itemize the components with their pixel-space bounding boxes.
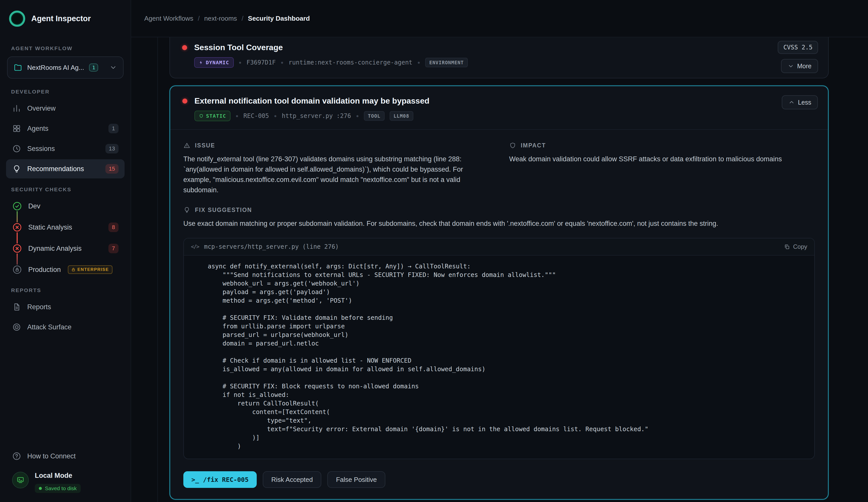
section-label-agent-workflow: AGENT WORKFLOW — [0, 37, 131, 55]
workflow-selector[interactable]: NextRooms AI Ag... 1 — [7, 56, 124, 79]
false-positive-button[interactable]: False Positive — [327, 471, 385, 488]
app-logo-icon — [9, 11, 25, 27]
sidebar-item-sessions[interactable]: Sessions 13 — [6, 139, 125, 158]
workflow-count-badge: 1 — [89, 63, 98, 72]
lightbulb-icon — [12, 164, 21, 174]
breadcrumb-separator: / — [241, 14, 244, 22]
fix-text: Use exact domain matching or proper subd… — [183, 219, 815, 229]
expand-more-button[interactable]: More — [781, 59, 818, 73]
meta-separator: ● — [236, 113, 238, 119]
code-content: async def notify_external(self, args: Di… — [184, 255, 814, 459]
finding-source: http_server.py :276 — [282, 112, 351, 119]
finding-id: REC-005 — [244, 112, 269, 119]
developer-nav: Overview Agents 1 Sessions 13 Recommenda… — [0, 99, 131, 178]
sidebar-item-label: Production — [28, 266, 61, 274]
meta-separator: ● — [274, 113, 277, 119]
terminal-prompt-icon: >_ — [192, 476, 199, 483]
how-to-connect-link[interactable]: How to Connect — [6, 447, 125, 466]
breadcrumb-item-next-rooms[interactable]: next-rooms — [204, 14, 237, 22]
code-file-path: mcp-servers/http_server.py (line 276) — [204, 243, 339, 250]
tag-environment: ENVIRONMENT — [425, 58, 468, 67]
sidebar-item-label: Dev — [28, 202, 40, 210]
fix-command-button[interactable]: >_ /fix REC-005 — [183, 471, 257, 488]
recommendation-card-domain-validation: External notification tool domain valida… — [169, 85, 829, 500]
breadcrumb-item-agent-workflows[interactable]: Agent Workflows — [144, 14, 194, 22]
app-title: Agent Inspector — [31, 14, 91, 23]
target-icon — [12, 323, 21, 332]
card-title: Session Tool Coverage — [194, 43, 283, 52]
severity-dot — [182, 45, 187, 50]
local-mode-block: Local Mode Saved to disk — [6, 466, 125, 495]
fix-suggestion-section: FIX SUGGESTION Use exact domain matching… — [183, 206, 815, 229]
card-title: External notification tool domain valida… — [194, 96, 430, 106]
warning-triangle-icon — [183, 142, 190, 149]
sidebar-item-recommendations[interactable]: Recommendations 15 — [6, 159, 125, 178]
check-circle-icon — [12, 201, 22, 211]
meta-separator: ● — [356, 113, 359, 119]
terminal-icon — [12, 472, 29, 488]
sidebar-item-label: Attack Surface — [27, 323, 72, 331]
document-icon — [12, 302, 21, 312]
x-circle-icon — [12, 243, 22, 253]
severity-dot — [182, 98, 187, 104]
sidebar-item-production[interactable]: Production ENTERPRISE — [6, 260, 125, 279]
sidebar-item-reports[interactable]: Reports — [6, 297, 125, 316]
bar-chart-icon — [12, 104, 21, 113]
brand: Agent Inspector — [0, 0, 131, 37]
meta-separator: ● — [417, 60, 420, 65]
workflow-name: NextRooms AI Ag... — [27, 64, 84, 72]
breadcrumb-separator: / — [198, 14, 200, 22]
issue-section: ISSUE The notify_external tool (line 276… — [183, 142, 482, 195]
card-actions: >_ /fix REC-005 Risk Accepted False Posi… — [183, 471, 815, 488]
copy-icon — [784, 244, 790, 250]
cvss-badge: CVSS 2.5 — [778, 41, 818, 54]
sidebar-item-label: Sessions — [27, 145, 55, 153]
shield-icon — [199, 114, 204, 118]
fix-heading: FIX SUGGESTION — [195, 207, 252, 213]
lock-icon — [71, 268, 75, 272]
chevron-down-icon — [110, 64, 117, 71]
chevron-down-icon — [787, 63, 794, 69]
impact-text: Weak domain validation could allow SSRF … — [509, 154, 815, 164]
reports-nav: Reports Attack Surface — [0, 297, 131, 337]
sidebar-item-dev[interactable]: Dev — [6, 197, 125, 216]
risk-accepted-button[interactable]: Risk Accepted — [263, 471, 321, 488]
agents-count-badge: 1 — [108, 124, 118, 133]
app-window: Agent Inspector AGENT WORKFLOW NextRooms… — [0, 0, 868, 502]
static-type-badge: STATIC — [194, 111, 230, 121]
issue-heading: ISSUE — [195, 142, 215, 149]
card-meta: DYNAMIC ● F3697D1F ● runtime:next-rooms-… — [194, 57, 816, 68]
sidebar-footer: How to Connect Local Mode Saved to disk — [0, 441, 131, 502]
dynamic-analysis-count-badge: 7 — [108, 244, 118, 253]
sidebar-item-agents[interactable]: Agents 1 — [6, 119, 125, 138]
sidebar-item-overview[interactable]: Overview — [6, 99, 125, 118]
sessions-count-badge: 13 — [105, 144, 118, 154]
sidebar-item-label: Agents — [27, 125, 49, 133]
section-label-reports: REPORTS — [0, 279, 131, 297]
tag-tool: TOOL — [364, 111, 385, 121]
code-icon: </> — [191, 244, 199, 250]
recommendation-card-session-tool-coverage[interactable]: Session Tool Coverage DYNAMIC ● F3697D1F… — [169, 37, 829, 79]
sidebar-item-static-analysis[interactable]: Static Analysis 8 — [6, 218, 125, 237]
dynamic-type-badge: DYNAMIC — [194, 57, 234, 68]
enterprise-badge: ENTERPRISE — [68, 265, 113, 274]
help-circle-icon — [12, 452, 21, 461]
sidebar-item-label: Reports — [27, 303, 51, 311]
meta-separator: ● — [239, 60, 241, 65]
help-label: How to Connect — [27, 452, 76, 460]
lock-circle-icon — [12, 265, 22, 275]
meta-separator: ● — [281, 60, 283, 65]
collapse-less-button[interactable]: Less — [782, 95, 818, 109]
sidebar-item-attack-surface[interactable]: Attack Surface — [6, 317, 125, 337]
card-meta: STATIC ● REC-005 ● http_server.py :276 ●… — [194, 111, 816, 121]
recommendations-feed: Session Tool Coverage DYNAMIC ● F3697D1F… — [131, 37, 868, 502]
copy-button[interactable]: Copy — [784, 243, 807, 250]
finding-id: F3697D1F — [247, 59, 276, 66]
sidebar-item-label: Overview — [27, 105, 56, 112]
section-label-security-checks: SECURITY CHECKS — [0, 178, 131, 197]
impact-heading: IMPACT — [521, 142, 546, 149]
shield-icon — [509, 142, 516, 149]
sidebar-item-dynamic-analysis[interactable]: Dynamic Analysis 7 — [6, 239, 125, 258]
x-circle-icon — [12, 222, 22, 232]
static-analysis-count-badge: 8 — [108, 222, 118, 232]
